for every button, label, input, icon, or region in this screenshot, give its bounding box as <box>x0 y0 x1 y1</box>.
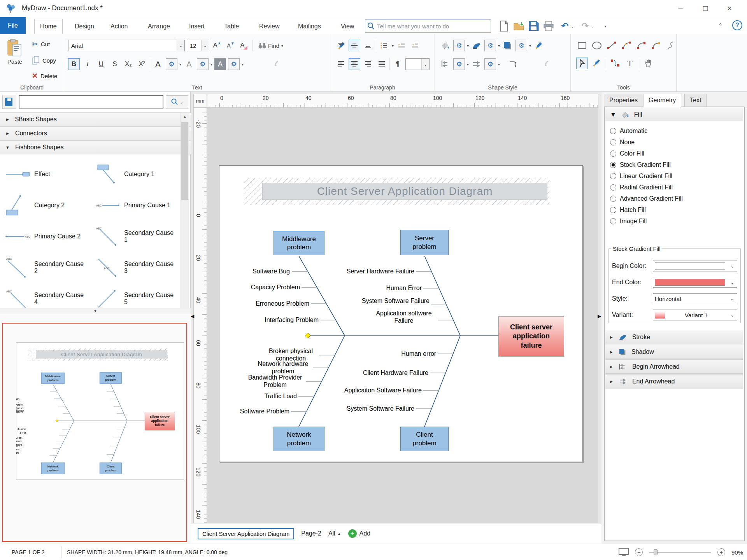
tab-action[interactable]: Action <box>105 19 133 34</box>
line-tool[interactable] <box>606 40 617 51</box>
chevron-down-icon[interactable]: ▾ <box>392 44 394 48</box>
copy-shape-format-button[interactable] <box>539 58 551 70</box>
curve-tool[interactable] <box>650 40 662 51</box>
drawing-page[interactable]: Client Server Application Diagram <box>16 343 93 480</box>
align-justify-button[interactable] <box>376 58 388 70</box>
cause-label[interactable]: Applicaiton Software Failure <box>16 444 19 454</box>
tab-review[interactable]: Review <box>254 19 285 34</box>
text-tool[interactable]: T <box>624 58 636 69</box>
cause-label[interactable]: Erroneous Problem <box>256 300 309 307</box>
section-fishbone-shapes[interactable]: ▼ Fishbone Shapes <box>0 140 191 154</box>
section-connectors[interactable]: ► Connectors <box>0 126 191 140</box>
cause-label[interactable]: Network hardware problem <box>255 360 311 375</box>
align-top-button[interactable] <box>335 40 347 51</box>
align-right-button[interactable] <box>362 58 374 70</box>
align-center-button[interactable] <box>349 58 360 70</box>
tab-insert[interactable]: Insert <box>184 19 210 34</box>
cause-label[interactable]: Bandwidth Provider Problem <box>246 374 304 388</box>
collapse-panel-left-icon[interactable]: ◀ <box>191 313 194 319</box>
drawing-page[interactable]: Client Server Application Diagram <box>219 165 583 462</box>
page-thumbnail[interactable]: Client Server Application Diagram <box>16 342 184 480</box>
copy-button[interactable]: Copy <box>32 56 56 65</box>
panel-divider[interactable]: ▼ <box>0 308 191 314</box>
open-button[interactable] <box>513 20 525 32</box>
end-arrowhead-tool[interactable] <box>471 58 482 70</box>
cause-label[interactable]: Capacity Problem <box>251 284 300 291</box>
cause-label[interactable]: System Software Failure <box>347 405 414 412</box>
zoom-in-button[interactable]: + <box>717 548 725 556</box>
cause-label[interactable]: Server Hardware Failure <box>347 268 414 275</box>
cause-label[interactable]: Application software Failure <box>371 310 437 324</box>
chevron-down-icon[interactable]: ▾ <box>210 62 212 66</box>
font-size-combo[interactable]: 12⌄ <box>187 40 209 51</box>
cause-label[interactable]: Human error <box>401 350 436 357</box>
minimize-button[interactable]: – <box>672 2 689 15</box>
shape-effect[interactable]: Effect <box>0 159 90 190</box>
chevron-down-icon[interactable]: ⌄ <box>177 40 184 51</box>
begin-arrowhead-gear-button[interactable]: ⚙ <box>453 58 465 70</box>
category-box-client[interactable]: Client problem <box>100 463 122 474</box>
maximize-button[interactable]: □ <box>696 2 714 15</box>
delete-button[interactable]: ✕ Delete <box>32 72 57 80</box>
arc-tool[interactable] <box>635 40 647 51</box>
redo-dropdown[interactable]: ⌄ <box>589 20 596 32</box>
radio-none[interactable]: None <box>610 139 635 146</box>
tab-view[interactable]: View <box>335 19 359 34</box>
rectangle-tool[interactable] <box>576 40 588 51</box>
save-button[interactable] <box>528 20 540 32</box>
corner-rounding-tool[interactable] <box>507 58 519 70</box>
zoom-slider[interactable] <box>649 548 711 556</box>
tab-text[interactable]: Text <box>684 94 707 107</box>
search-input[interactable] <box>377 23 491 30</box>
shape-category-2[interactable]: Category 2 <box>0 190 90 221</box>
radio-automatic[interactable]: Automatic <box>610 128 647 135</box>
section-begin-arrowhead[interactable]: ► Begin Arrowhead <box>605 359 743 374</box>
radio-image-fill[interactable]: Image Fill <box>610 218 647 225</box>
chevron-down-icon[interactable]: ▾ <box>467 62 469 66</box>
scrollbar-thumb[interactable] <box>181 122 188 200</box>
print-button[interactable] <box>543 20 554 32</box>
ellipse-tool[interactable] <box>591 40 603 51</box>
pilcrow-button[interactable]: ¶ <box>392 58 403 70</box>
chevron-down-icon[interactable]: ▾ <box>242 62 244 66</box>
increase-indent-button[interactable] <box>396 40 407 51</box>
shadow-gear-button[interactable]: ⚙ <box>516 40 527 51</box>
cause-label[interactable]: System Software Failure <box>362 297 430 304</box>
undo-dropdown[interactable]: ⌄ <box>569 20 575 32</box>
section-basic-shapes[interactable]: ► $Basic Shapes <box>0 112 191 126</box>
cause-label[interactable]: Human Error <box>386 284 422 292</box>
find-button[interactable]: Find ▾ <box>254 40 287 51</box>
cause-label[interactable]: Traffic Load <box>264 392 297 400</box>
align-left-button[interactable] <box>335 58 347 70</box>
chevron-down-icon[interactable]: ⌄ <box>201 40 209 51</box>
radio-advanced-gradient-fill[interactable]: Advanced Gradient Fill <box>610 195 683 202</box>
radio-linear-gradient-fill[interactable]: Linear Gradient Fill <box>610 173 672 180</box>
shape-secondary-cause-2[interactable]: ABC Secondary Cause 2 <box>0 252 90 283</box>
drawing-viewport[interactable]: Client Server Application Diagram <box>207 108 598 523</box>
shape-category-1[interactable]: Category 1 <box>90 159 180 190</box>
section-shadow[interactable]: ► Shadow <box>605 345 743 359</box>
section-stroke[interactable]: ► Stroke <box>605 330 743 344</box>
pointer-tool[interactable] <box>576 58 588 69</box>
fill-section-header[interactable]: ▼ Fill <box>605 108 743 121</box>
tab-arrange[interactable]: Arrange <box>142 19 175 34</box>
grow-font-button[interactable]: A▲ <box>211 40 223 51</box>
begin-arrowhead-tool[interactable] <box>440 58 451 70</box>
fill-gear-button[interactable]: ⚙ <box>453 40 465 51</box>
cause-label[interactable]: Human error <box>16 427 26 434</box>
begin-color-combo[interactable]: ⌄ <box>653 261 737 271</box>
scroll-up-icon[interactable]: ▲ <box>181 113 189 121</box>
category-box-network[interactable]: Network problem <box>274 427 324 451</box>
library-button[interactable] <box>2 95 16 109</box>
add-page-button[interactable]: + Add <box>348 529 370 538</box>
cause-label[interactable]: Applicaiton Software Failure <box>344 387 422 394</box>
cause-label[interactable]: Client Hardware Failure <box>363 369 428 376</box>
radio-stock-gradient-fill[interactable]: Stock Gradient Fill <box>610 161 671 168</box>
shape-secondary-cause-1[interactable]: ABC Secondary Cause 1 <box>90 221 180 252</box>
superscript-button[interactable]: X² <box>136 58 148 70</box>
freehand-tool[interactable] <box>665 40 677 51</box>
close-button[interactable]: × <box>721 2 738 15</box>
pan-tool[interactable] <box>642 58 654 69</box>
chevron-down-icon[interactable]: ▾ <box>467 44 469 48</box>
help-button[interactable]: ? <box>732 20 742 30</box>
